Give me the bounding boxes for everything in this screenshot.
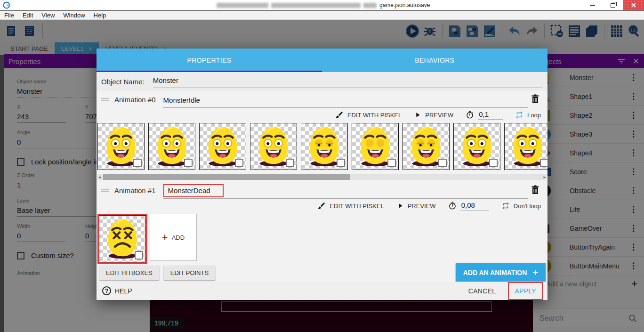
help-icon: ? [102, 286, 111, 295]
brush-icon [317, 202, 326, 210]
help-label: HELP [115, 287, 132, 295]
loop-icon [515, 111, 523, 119]
scroll-right-icon[interactable]: ▸ [543, 174, 546, 180]
active-tab-indicator [97, 71, 322, 72]
animation-frame[interactable] [250, 123, 297, 170]
menu-edit[interactable]: Edit [18, 12, 37, 19]
preview-button[interactable]: PREVIEW [414, 111, 453, 119]
menu-help[interactable]: Help [89, 12, 111, 19]
help-button[interactable]: ? HELP [102, 286, 132, 295]
object-name-label: Object Name: [101, 78, 145, 86]
animation-0-header: Animation #0 MonsterIdle [97, 91, 547, 108]
cancel-button[interactable]: CANCEL [468, 287, 496, 295]
loop-toggle[interactable]: Don't loop [501, 202, 541, 210]
animation-0-controls: EDIT WITH PISKEL PREVIEW 0,1 Loop [97, 108, 547, 122]
animation-frame[interactable] [453, 123, 500, 170]
title-bar: game.json.autosave ✕ [0, 0, 644, 10]
trash-icon [531, 94, 539, 104]
animation-0-frames [97, 122, 547, 173]
timer-icon [466, 111, 474, 119]
dialog-tab-label: BEHAVIORS [415, 57, 454, 64]
close-window-button[interactable]: ✕ [623, 0, 644, 10]
menu-bar: File Edit View Window Help [0, 11, 644, 20]
scroll-left-icon[interactable]: ◂ [98, 174, 101, 180]
play-icon [396, 202, 404, 210]
frame-checkbox[interactable] [387, 159, 396, 167]
add-animation-button[interactable]: ADD AN ANIMATION + [456, 263, 546, 283]
add-frame-button[interactable]: + ADD [150, 214, 197, 261]
gdevelop-logo-icon [3, 1, 10, 9]
time-value[interactable]: 0,08 [460, 201, 489, 211]
edit-with-piskel-label: EDIT WITH PISKEL [330, 202, 384, 210]
edit-with-piskel-button[interactable]: EDIT WITH PISKEL [317, 202, 384, 210]
edit-with-piskel-button[interactable]: EDIT WITH PISKEL [335, 111, 402, 119]
menu-file[interactable]: File [0, 12, 18, 19]
object-name-row: Object Name: Monster [97, 72, 547, 91]
animation-1-header: Animation #1 MonsterDead [97, 182, 547, 199]
dialog-tab-properties[interactable]: PROPERTIES [97, 49, 322, 72]
frame-checkbox[interactable] [438, 159, 447, 167]
drag-handle-icon[interactable] [101, 98, 109, 101]
annotation-box: MonsterDead [163, 184, 224, 197]
plus-icon: + [162, 231, 168, 243]
drag-handle-icon[interactable] [101, 189, 109, 192]
scrollbar-thumb[interactable] [103, 174, 350, 180]
minimize-icon [590, 5, 595, 6]
loop-label: Loop [527, 112, 541, 119]
frame-checkbox[interactable] [235, 159, 243, 167]
trash-icon [531, 185, 539, 194]
animation-0-name-input[interactable]: MonsterIdle [163, 96, 200, 104]
animation-1-name-input[interactable]: MonsterDead [168, 186, 210, 194]
animation-frame[interactable] [504, 123, 547, 170]
redacted-title-segment [271, 3, 361, 8]
frame-checkbox[interactable] [540, 159, 547, 167]
animation-frame[interactable] [148, 123, 195, 170]
apply-button[interactable]: APPLY [515, 287, 536, 295]
frames-scrollbar[interactable]: ◂ ▸ [97, 174, 547, 180]
delete-animation-button[interactable] [531, 185, 539, 196]
animation-frame[interactable] [352, 123, 399, 170]
dialog-tab-label: PROPERTIES [187, 57, 232, 64]
minimize-button[interactable] [582, 0, 603, 10]
edit-with-piskel-label: EDIT WITH PISKEL [347, 112, 402, 119]
restore-icon [611, 3, 615, 8]
frame-checkbox[interactable] [489, 159, 498, 167]
frame-checkbox[interactable] [337, 159, 345, 167]
preview-button[interactable]: PREVIEW [396, 202, 436, 210]
edit-hitboxes-button[interactable]: EDIT HITBOXES [99, 266, 159, 280]
menu-window[interactable]: Window [59, 12, 89, 19]
object-editor-dialog: PROPERTIES BEHAVIORS Object Name: Monste… [97, 49, 547, 300]
time-value[interactable]: 0,1 [478, 110, 503, 120]
animation-frame[interactable] [402, 123, 450, 170]
window-title: game.json.autosave [217, 1, 430, 9]
frame-checkbox[interactable] [135, 251, 143, 259]
animation-frame[interactable] [99, 215, 146, 262]
dialog-tab-behaviors[interactable]: BEHAVIORS [322, 49, 547, 72]
animation-frame[interactable] [199, 123, 246, 170]
time-between-frames-field[interactable]: 0,08 [448, 201, 489, 211]
animation-1-controls: EDIT WITH PISKEL PREVIEW 0,08 Don't loop [97, 199, 547, 213]
frame-checkbox[interactable] [133, 159, 142, 167]
time-between-frames-field[interactable]: 0,1 [466, 110, 503, 120]
loop-label: Don't loop [514, 202, 541, 210]
play-icon [414, 111, 421, 119]
loop-toggle[interactable]: Loop [515, 111, 541, 119]
object-name-input[interactable]: Monster [153, 76, 178, 84]
close-icon: ✕ [631, 2, 636, 8]
frame-checkbox[interactable] [286, 159, 294, 167]
preview-label: PREVIEW [408, 202, 436, 210]
animation-frame[interactable] [301, 123, 348, 170]
animation-actions-row: EDIT HITBOXES EDIT POINTS ADD AN ANIMATI… [97, 264, 547, 282]
plus-icon: + [532, 267, 538, 278]
restore-button[interactable] [603, 0, 623, 10]
brush-icon [335, 111, 344, 119]
timer-icon [448, 202, 457, 210]
loop-icon [501, 202, 510, 210]
animation-frame[interactable] [97, 123, 145, 170]
edit-points-button[interactable]: EDIT POINTS [164, 266, 215, 280]
delete-animation-button[interactable] [531, 94, 539, 105]
frame-checkbox[interactable] [184, 159, 193, 167]
animation-0-title: Animation #0 [114, 96, 156, 104]
menu-view[interactable]: View [37, 12, 59, 19]
add-frame-label: ADD [172, 234, 185, 241]
